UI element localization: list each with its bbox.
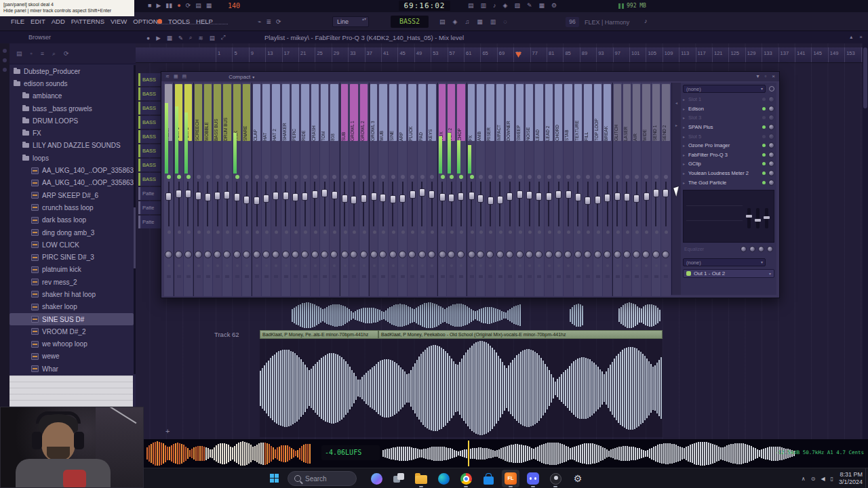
link-led[interactable] — [197, 230, 201, 234]
menu-item-edit[interactable]: EDIT — [31, 18, 45, 25]
route-led[interactable] — [333, 264, 336, 267]
picker-item-bass[interactable]: BASS — [138, 130, 161, 143]
link-led[interactable] — [519, 230, 522, 234]
eq-knob[interactable] — [767, 246, 773, 252]
tool-icon[interactable]: ♫ — [465, 18, 469, 25]
browser-item[interactable]: dark bass loop — [9, 214, 134, 226]
fader-handle[interactable] — [283, 192, 289, 200]
fader-handle[interactable] — [332, 191, 338, 199]
link-led[interactable] — [363, 230, 366, 234]
mute-led[interactable] — [206, 175, 210, 179]
mute-led[interactable] — [186, 175, 191, 179]
swap-button[interactable] — [488, 275, 492, 278]
pan-knob[interactable] — [292, 251, 299, 258]
overview-waveform[interactable] — [382, 441, 796, 466]
browser-item[interactable]: SINE SUS D# — [9, 313, 134, 325]
fader-handle[interactable] — [312, 190, 318, 199]
browser-header-icon[interactable]: ▤ — [16, 50, 22, 57]
volume-fader[interactable] — [176, 182, 181, 226]
browser-item[interactable]: shaker loop — [9, 301, 134, 313]
mute-led[interactable] — [362, 175, 366, 179]
picker-item-bass[interactable]: BASS — [138, 144, 161, 157]
volume-fader[interactable] — [224, 182, 230, 226]
route-led[interactable] — [519, 264, 521, 267]
transport-icon[interactable]: ■ — [148, 2, 151, 9]
volume-fader[interactable] — [497, 182, 503, 226]
playlist-tool-icon[interactable]: ▦ — [167, 35, 172, 41]
mute-led[interactable] — [410, 175, 414, 179]
pan-knob[interactable] — [604, 251, 611, 258]
browser-tab-label[interactable]: Browser — [28, 34, 51, 41]
toolbar-icon[interactable]: ▧ — [514, 2, 520, 9]
swap-button[interactable] — [167, 275, 171, 278]
swap-button[interactable] — [606, 275, 610, 278]
route-led[interactable] — [353, 264, 355, 267]
volume-fader[interactable] — [331, 182, 337, 226]
route-led[interactable] — [216, 264, 219, 267]
browser-item[interactable]: LOW CLICK — [9, 239, 134, 251]
swap-button[interactable] — [616, 275, 620, 278]
mute-led[interactable] — [225, 175, 229, 179]
mute-led[interactable] — [616, 175, 620, 179]
link-led[interactable] — [373, 230, 376, 234]
swap-button[interactable] — [197, 275, 201, 278]
fader-handle[interactable] — [575, 193, 581, 201]
fx-enable-led[interactable] — [762, 98, 766, 101]
browser-item[interactable]: rev mess_2 — [9, 276, 134, 288]
volume-fader[interactable] — [361, 182, 367, 226]
link-led[interactable] — [606, 230, 610, 234]
pan-knob[interactable] — [486, 251, 494, 258]
route-led[interactable] — [479, 264, 482, 267]
snap-icon[interactable]: ≣ — [266, 18, 271, 25]
mixer-channel-strip[interactable]: AMB — [476, 83, 486, 296]
volume-fader[interactable] — [292, 182, 298, 226]
route-led[interactable] — [460, 264, 462, 267]
windows-start-button[interactable] — [270, 474, 279, 483]
mixer-menu-icon[interactable]: ≋ — [165, 74, 170, 79]
route-led[interactable] — [567, 264, 570, 267]
hidden-icons-icon[interactable]: ∧ — [802, 476, 806, 482]
pan-knob[interactable] — [564, 251, 572, 258]
fader-handle[interactable] — [595, 196, 601, 204]
snap-selector[interactable]: Line▴▾ — [332, 16, 369, 27]
route-led[interactable] — [236, 264, 239, 267]
mixer-channel-strip[interactable]: CHORD — [554, 83, 564, 296]
mute-led[interactable] — [664, 175, 668, 179]
picker-item-bass[interactable]: BASS — [138, 73, 161, 86]
fx-slot[interactable]: ▸FabFilter Pro-Q 3 — [681, 150, 776, 160]
spinner-icon[interactable]: ▴▾ — [362, 17, 366, 22]
pan-knob[interactable] — [272, 251, 279, 258]
fader-handle[interactable] — [214, 192, 220, 200]
link-led[interactable] — [557, 230, 561, 234]
link-led[interactable] — [665, 230, 668, 234]
volume-fader[interactable] — [477, 182, 484, 226]
browser-item[interactable]: ding dong amb_3 — [9, 226, 134, 239]
mute-led[interactable] — [332, 175, 336, 179]
pan-knob[interactable] — [408, 251, 416, 258]
link-led[interactable] — [538, 230, 541, 234]
eq-band-slider[interactable] — [756, 208, 760, 228]
fader-handle[interactable] — [633, 195, 639, 203]
pan-knob[interactable] — [468, 251, 475, 258]
browser-header-icon[interactable]: ≡ — [41, 50, 44, 57]
fx-enable-led[interactable] — [762, 116, 766, 119]
mixer-channel-strip[interactable]: WOBBLE — [203, 83, 213, 296]
link-led[interactable] — [645, 230, 648, 234]
route-led[interactable] — [314, 264, 317, 267]
pan-knob[interactable] — [633, 251, 640, 258]
link-led[interactable] — [548, 230, 551, 234]
pan-knob[interactable] — [584, 251, 591, 258]
menu-item-patterns[interactable]: PATTERNS — [71, 18, 104, 25]
pan-knob[interactable] — [204, 251, 212, 258]
fader-handle[interactable] — [292, 193, 298, 201]
pan-knob[interactable] — [516, 251, 524, 258]
pan-knob[interactable] — [195, 251, 202, 258]
mute-led[interactable] — [391, 175, 395, 179]
output-routing[interactable]: Out 1 - Out 2 ▾ — [683, 269, 774, 278]
mixer-channel-strip[interactable]: SINE — [389, 83, 398, 296]
swap-button[interactable] — [303, 275, 307, 278]
pan-knob[interactable] — [341, 251, 349, 258]
route-led[interactable] — [499, 264, 502, 267]
swap-button[interactable] — [410, 275, 414, 278]
fx-enable-led[interactable] — [762, 135, 766, 138]
